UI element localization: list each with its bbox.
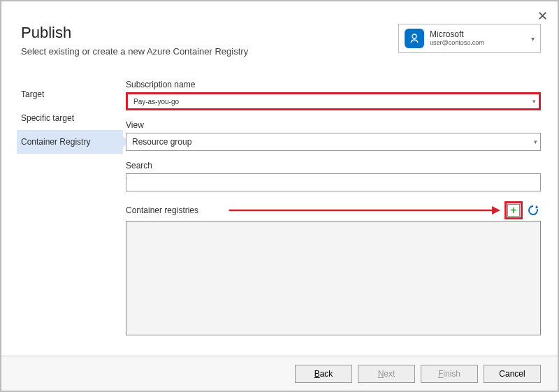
page-subtitle: Select existing or create a new Azure Co… (21, 46, 248, 57)
svg-marker-4 (536, 205, 539, 209)
subscription-field: Subscription name Pay-as-you-go ▾ (126, 80, 541, 110)
sidebar-item-specific-target[interactable]: Specific target (17, 106, 123, 130)
back-button[interactable]: Back (295, 365, 352, 383)
search-field: Search (126, 161, 541, 191)
subscription-dropdown[interactable]: Pay-as-you-go ▾ (126, 92, 541, 110)
view-field: View Resource group ▾ (126, 120, 541, 151)
chevron-down-icon: ▾ (529, 98, 539, 105)
registries-label: Container registries (126, 205, 198, 215)
chevron-down-icon: ▾ (531, 35, 535, 43)
account-name: Microsoft (430, 30, 525, 39)
subscription-label: Subscription name (126, 80, 541, 89)
svg-point-0 (412, 34, 416, 38)
finish-button: Finish (421, 365, 478, 383)
dialog-header: Publish Select existing or create a new … (21, 24, 248, 57)
plus-icon: + (507, 204, 520, 217)
next-button: Next (358, 365, 415, 383)
account-avatar-icon (405, 29, 424, 48)
refresh-button[interactable] (525, 203, 541, 218)
search-input-wrapper (126, 173, 541, 191)
account-selector[interactable]: Microsoft user@contoso.com ▾ (398, 24, 541, 53)
sidebar-item-target[interactable]: Target (17, 82, 123, 106)
page-title: Publish (21, 24, 248, 42)
annotation-arrow (203, 204, 500, 217)
wizard-sidebar: Target Specific target Container Registr… (17, 82, 123, 154)
search-input[interactable] (126, 174, 540, 191)
svg-marker-3 (492, 206, 500, 215)
chevron-down-icon: ▾ (530, 138, 540, 145)
search-label: Search (126, 161, 541, 170)
wizard-footer: Back Next Finish Cancel (1, 356, 558, 391)
account-email: user@contoso.com (430, 40, 525, 47)
view-dropdown[interactable]: Resource group ▾ (126, 133, 541, 151)
add-registry-button[interactable]: + (504, 201, 523, 219)
cancel-button[interactable]: Cancel (484, 365, 541, 383)
refresh-icon (527, 204, 539, 217)
main-panel: Subscription name Pay-as-you-go ▾ View R… (126, 80, 541, 335)
sidebar-item-container-registry[interactable]: Container Registry (17, 130, 123, 154)
registries-header-row: Container registries + (126, 201, 541, 219)
registries-listbox[interactable] (126, 221, 541, 335)
subscription-value: Pay-as-you-go (128, 98, 529, 106)
view-value: Resource group (126, 137, 530, 147)
view-label: View (126, 120, 541, 130)
close-icon[interactable]: ✕ (537, 8, 548, 24)
